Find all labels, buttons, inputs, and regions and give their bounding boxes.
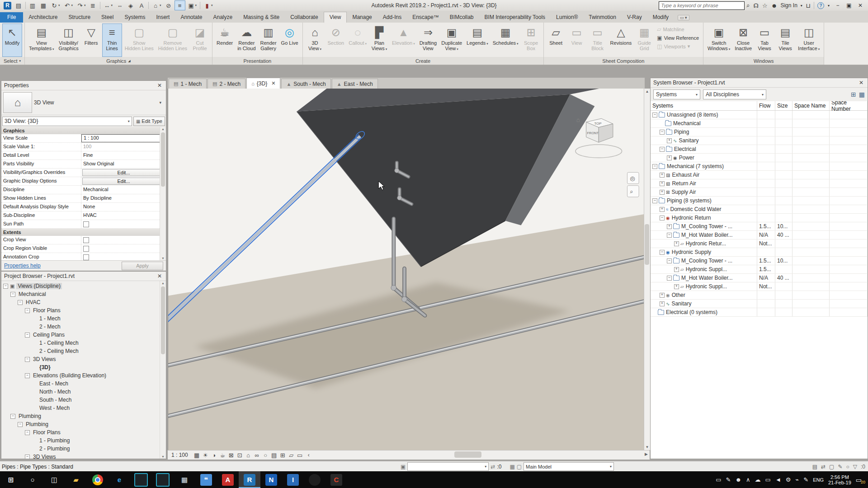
plan-views-button[interactable]: ▛Plan Views ▾ [369, 23, 389, 57]
search-binoculars-icon[interactable]: ⌕ [746, 2, 750, 9]
scroll-up-icon[interactable]: ▲ [160, 282, 166, 285]
tree-item-ceiling-plans[interactable]: −Ceiling Plans [1, 331, 166, 339]
system-row-hydronic-suppl[interactable]: +▱Hydronic Suppl...1.5... [651, 265, 868, 274]
navigation-wheel-icon[interactable]: ◎ [630, 175, 635, 182]
panel-label[interactable]: Graphics◢ [25, 57, 212, 65]
view-tab-2-mech[interactable]: ▤2 - Mech [208, 79, 245, 89]
render-gallery-button[interactable]: ▥Render Gallery [259, 23, 278, 57]
thin-lines-icon[interactable]: ≡ [175, 0, 185, 10]
3d-view-button[interactable]: ⌂3D View ▾ [305, 23, 325, 57]
chevron-down-icon[interactable]: ▾ [159, 100, 161, 105]
column-header-space-number[interactable]: Space Number [830, 101, 868, 110]
collapse-icon[interactable]: − [10, 292, 15, 297]
expand-icon[interactable]: + [667, 224, 672, 229]
tree-item-1-mech[interactable]: 1 - Mech [1, 314, 166, 323]
system-row-electrical-0-systems[interactable]: Electrical (0 systems) [651, 308, 868, 317]
canvas-vertical-scrollbar[interactable]: ▲ ▼ [644, 89, 650, 450]
ribbon-tab-collaborate[interactable]: Collaborate [285, 12, 323, 23]
schedules-button[interactable]: ▦Schedules ▾ [491, 23, 520, 57]
task-view-icon[interactable]: ◫ [43, 471, 65, 488]
action-center-icon[interactable]: ▭20 [856, 476, 864, 483]
exclude-options-icon[interactable]: ▤ [812, 464, 817, 470]
type-selector[interactable]: 3D View: {3D} ▾ [2, 117, 132, 126]
displaced-elements-icon[interactable]: ▱ [287, 452, 296, 459]
close-inactive-button[interactable]: ⊠Close Inactive [733, 23, 754, 57]
edit-type-button[interactable]: ▦ Edit Type [133, 117, 165, 126]
tree-item-1-plumbing[interactable]: 1 - Plumbing [1, 436, 166, 445]
start-icon[interactable]: ⊞ [0, 471, 22, 488]
workset-select[interactable]: ▾ [407, 462, 489, 471]
tab-views-button[interactable]: ▭Tab Views [755, 23, 774, 57]
sign-in-button[interactable]: Sign In [780, 2, 797, 9]
column-header-systems[interactable]: Systems [651, 101, 757, 110]
autofit-columns-icon[interactable]: ⊞ [851, 91, 856, 98]
tree-item-elevations-building-elevation[interactable]: −Elevations (Building Elevation) [1, 371, 166, 380]
expand-icon[interactable]: + [674, 241, 679, 246]
view-reference-button[interactable]: ▣View Reference [656, 33, 700, 42]
ribbon-tab-bim-interoperability-tools[interactable]: BIM Interoperability Tools [479, 12, 551, 23]
collapse-icon[interactable]: − [667, 276, 672, 281]
pen-icon[interactable]: ✎ [726, 476, 731, 483]
ribbon-tab-enscape[interactable]: Enscape™ [407, 12, 444, 23]
temporary-view-properties-icon[interactable]: ▤ [270, 452, 278, 459]
collapse-icon[interactable]: − [25, 308, 30, 313]
chat-app-icon[interactable]: ❝ [195, 471, 217, 488]
properties-title-bar[interactable]: Properties ✕ [1, 81, 166, 90]
ribbon-tab-analyze[interactable]: Analyze [208, 12, 238, 23]
dialog-launcher-icon[interactable]: ◢ [128, 57, 130, 65]
system-row-other[interactable]: +◉Other [651, 291, 868, 300]
app-store-cart-icon[interactable]: ⊔ [806, 2, 811, 9]
system-row-hydronic-return[interactable]: −◉Hydronic Return [651, 214, 868, 222]
revisions-button[interactable]: △Revisions [609, 23, 634, 57]
code-app-icon[interactable] [130, 471, 152, 488]
measure-icon[interactable]: ↔▾ [102, 1, 114, 10]
expand-icon[interactable]: + [667, 138, 672, 143]
editing-requests-icon[interactable]: ⇄ [491, 464, 495, 470]
collapse-icon[interactable]: ‹ [308, 452, 310, 458]
tree-item-floor-plans[interactable]: −Floor Plans [1, 306, 166, 314]
ribbon-tab-twinmotion[interactable]: Twinmotion [583, 12, 622, 23]
system-row-piping-8-systems[interactable]: −Piping (8 systems) [651, 197, 868, 205]
expand-icon[interactable]: + [667, 155, 672, 160]
favorites-icon[interactable]: ☆ [762, 2, 768, 9]
undo-icon[interactable]: ↶▾ [62, 1, 75, 10]
view-tab-south-mech[interactable]: ▲South - Mech [281, 79, 330, 89]
property-value[interactable]: Show Original [81, 160, 166, 168]
tree-item-3d[interactable]: {3D} [1, 363, 166, 371]
properties-scrollbar[interactable]: ▲▼ [160, 127, 166, 260]
worksharing-display-icon[interactable]: ⊞ [278, 452, 287, 459]
drag-elements-icon[interactable]: ○ [846, 464, 849, 470]
expand-icon[interactable]: + [660, 301, 665, 306]
print-icon[interactable]: ≣ [88, 1, 98, 10]
column-header-space-name[interactable]: Space Name [793, 101, 830, 110]
onedrive-icon[interactable]: ☁ [755, 476, 761, 483]
collapse-icon[interactable]: − [667, 233, 672, 238]
tree-item-1-ceiling-mech[interactable]: 1 - Ceiling Mech [1, 339, 166, 347]
tree-item-views-discipline[interactable]: −▣Views (Discipline) [1, 282, 166, 290]
title-block-button[interactable]: ▭Title Block [588, 23, 608, 57]
edge-icon[interactable]: e [108, 471, 130, 488]
scrollbar-thumb[interactable] [161, 286, 165, 354]
aligned-dimension-icon[interactable]: ⇔ [115, 1, 125, 10]
view-scale-button[interactable]: 1 : 100 [171, 452, 188, 458]
collapse-icon[interactable]: − [25, 455, 30, 459]
callout-button[interactable]: ◌Callout ▾ [347, 23, 368, 57]
cortana-icon[interactable]: ○ [22, 471, 43, 488]
system-browser-title-bar[interactable]: System Browser - Project1.rvt ✕ [651, 78, 868, 88]
matchline-button[interactable]: ▱Matchline [656, 25, 700, 33]
minimize-button[interactable]: − [833, 2, 843, 9]
view-filter-select[interactable]: Systems ▾ [653, 89, 700, 99]
chrome-icon[interactable] [87, 471, 108, 488]
expand-icon[interactable]: + [674, 267, 679, 272]
canvas-horizontal-scrollbar[interactable]: ▶ [313, 450, 650, 460]
collapse-icon[interactable]: − [652, 113, 657, 117]
select-pinned-icon[interactable]: ✎ [838, 464, 842, 470]
design-option-select[interactable]: Main Model ▾ [524, 462, 614, 471]
guide-grid-button[interactable]: ▦Guide Grid [634, 23, 654, 57]
viewcube-home-icon[interactable]: ⌂ [576, 117, 580, 123]
reveal-hidden-elements-icon[interactable]: ○ [261, 452, 270, 459]
system-row-mechanical-7-systems[interactable]: −Mechanical (7 systems) [651, 162, 868, 171]
switch-windows-icon[interactable]: ▣▾ [186, 1, 198, 10]
drafting-view-button[interactable]: ⇒Drafting View [418, 23, 439, 57]
panel-label[interactable]: Select▾ [0, 57, 24, 65]
